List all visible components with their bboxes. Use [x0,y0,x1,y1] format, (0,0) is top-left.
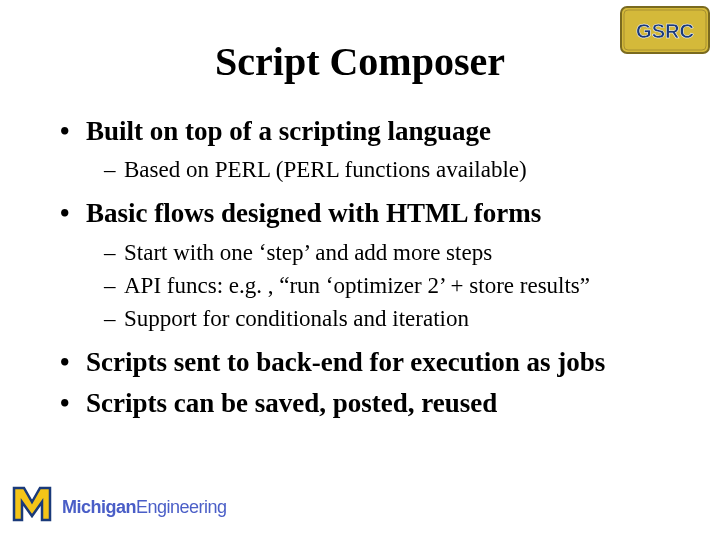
slide: GSRC Script Composer Built on top of a s… [0,0,720,540]
sub-item: API funcs: e.g. , “run ‘optimizer 2’ + s… [104,270,670,301]
bullet-text: Scripts can be saved, posted, reused [86,388,497,418]
sub-item: Support for conditionals and iteration [104,303,670,334]
sub-list: Based on PERL (PERL functions available) [86,154,670,185]
slide-title: Script Composer [50,38,670,85]
slide-content: Built on top of a scripting language Bas… [50,113,670,421]
bullet-item: Scripts sent to back-end for execution a… [60,344,670,380]
bullet-text: Built on top of a scripting language [86,116,491,146]
bullet-list: Built on top of a scripting language Bas… [50,113,670,421]
sub-item: Start with one ‘step’ and add more steps [104,237,670,268]
michigan-logo [10,480,55,530]
bullet-text: Basic flows designed with HTML forms [86,198,541,228]
bullet-text: Scripts sent to back-end for execution a… [86,347,605,377]
footer-brand: MichiganEngineering [62,497,227,518]
bullet-item: Built on top of a scripting language Bas… [60,113,670,185]
bullet-item: Basic flows designed with HTML forms Sta… [60,195,670,334]
bullet-item: Scripts can be saved, posted, reused [60,385,670,421]
brand-light: Engineering [136,497,227,517]
brand-bold: Michigan [62,497,136,517]
sub-list: Start with one ‘step’ and add more steps… [86,237,670,334]
sub-item: Based on PERL (PERL functions available) [104,154,670,185]
svg-text:GSRC: GSRC [636,20,694,42]
gsrc-logo: GSRC [620,6,710,54]
